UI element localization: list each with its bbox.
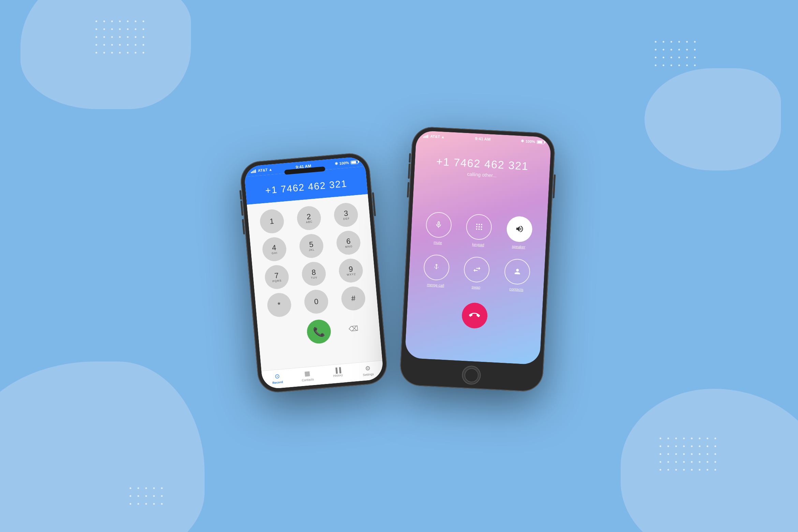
- signal-bar-r4: [427, 134, 428, 138]
- dial-btn-4[interactable]: 4 GHI: [261, 236, 287, 262]
- contacts-circle: [504, 258, 531, 285]
- dial-btn-7[interactable]: 7 PQRS: [264, 264, 290, 290]
- battery-text-left: 100%: [339, 161, 349, 165]
- dial-btn-9[interactable]: 9 WXYZ: [338, 258, 364, 284]
- dial-btn-1[interactable]: 1: [259, 208, 285, 234]
- history-tab-icon: ▐▐: [334, 367, 341, 373]
- signal-bar-1: [251, 172, 252, 173]
- dial-btn-star[interactable]: *: [266, 292, 292, 318]
- calling-header: +1 7462 462 321 calling other...: [414, 141, 551, 188]
- volume-down-button-left[interactable]: [242, 219, 245, 234]
- volume-up-button-right[interactable]: [408, 163, 410, 179]
- dial-btn-hash[interactable]: #: [340, 285, 366, 311]
- dot-pattern-4: [130, 487, 163, 505]
- status-left-left: AT&T ▲: [251, 167, 272, 173]
- speaker-label: speaker: [512, 244, 526, 249]
- bluetooth-icon-right: ✱: [521, 139, 524, 143]
- settings-tab-label: Settings: [363, 372, 374, 377]
- home-button-right[interactable]: [461, 365, 481, 385]
- dial-btn-5[interactable]: 5 JKL: [298, 233, 324, 259]
- dial-num-3: 3: [343, 209, 348, 217]
- dial-num-5: 5: [309, 240, 314, 248]
- dial-letters-9: WXYZ: [346, 272, 356, 276]
- dial-btn-6[interactable]: 6 MNO: [336, 230, 361, 256]
- dial-num-star: *: [277, 301, 281, 309]
- controls-row-2: merge call swap: [415, 253, 538, 292]
- battery-tip-right: [544, 141, 545, 143]
- dial-letters-2: ABC: [306, 220, 313, 224]
- dial-num-9: 9: [349, 265, 353, 273]
- dot-pattern-3: [660, 438, 716, 471]
- merge-icon: [432, 263, 441, 271]
- keypad-circle: [466, 213, 493, 240]
- merge-ctrl-btn[interactable]: merge call: [423, 254, 450, 287]
- call-button[interactable]: 📞: [306, 319, 332, 344]
- contacts-ctrl-btn[interactable]: contacts: [503, 258, 531, 292]
- background-blob-2: [20, 0, 191, 109]
- svg-point-5: [481, 226, 482, 227]
- swap-circle: [463, 256, 490, 283]
- status-right-left: ✱ 100%: [335, 160, 358, 166]
- svg-point-0: [476, 224, 477, 225]
- dial-letters-3: DEF: [343, 217, 350, 221]
- power-button-left[interactable]: [372, 192, 376, 216]
- dial-letters-8: TUV: [311, 276, 317, 280]
- dial-num-8: 8: [311, 268, 316, 276]
- settings-tab-icon: ⚙: [365, 365, 371, 372]
- dial-num-2: 2: [306, 213, 311, 221]
- dot-pattern-1: [95, 20, 144, 54]
- dial-num-1: 1: [269, 218, 274, 225]
- call-controls: mute keypad: [405, 181, 549, 365]
- merge-label: merge call: [427, 282, 444, 287]
- record-tab-icon: ⊙: [274, 372, 280, 380]
- swap-label: swap: [472, 285, 481, 289]
- dial-btn-8[interactable]: 8 TUV: [301, 261, 327, 287]
- mute-ctrl-btn[interactable]: mute: [425, 211, 452, 245]
- mute-icon: [434, 220, 443, 229]
- contacts-icon: [513, 267, 521, 276]
- dial-num-0: 0: [314, 298, 319, 306]
- wifi-icon-left: ▲: [268, 167, 272, 172]
- left-phone: AT&T ▲ 9:41 AM ✱ 100% +1 7: [239, 152, 388, 394]
- keypad-ctrl-btn[interactable]: keypad: [465, 213, 492, 247]
- delete-icon: ⌫: [349, 324, 359, 333]
- dial-btn-2[interactable]: 2 ABC: [296, 205, 322, 231]
- right-screen-area: AT&T ▲ 9:41 AM ✱ 100% +1 7: [405, 130, 551, 365]
- keypad-label: keypad: [472, 242, 484, 247]
- speaker-ctrl-btn[interactable]: speaker: [506, 216, 533, 249]
- tab-settings[interactable]: ⚙ Settings: [352, 363, 384, 378]
- status-left-right: AT&T ▲: [423, 134, 445, 139]
- contacts-tab-icon: ▦: [304, 370, 311, 378]
- mute-button-right[interactable]: [409, 153, 411, 163]
- dial-num-6: 6: [346, 237, 351, 245]
- keypad-icon: [475, 223, 483, 231]
- end-call-button[interactable]: [461, 302, 488, 329]
- volume-down-button-right[interactable]: [407, 182, 409, 197]
- tab-contacts[interactable]: ▦ Contacts: [292, 369, 323, 383]
- swap-icon: [472, 265, 482, 274]
- svg-point-7: [478, 228, 479, 230]
- contacts-label: contacts: [509, 287, 523, 292]
- dial-btn-3[interactable]: 3 DEF: [333, 202, 359, 228]
- swap-ctrl-btn[interactable]: swap: [463, 256, 490, 290]
- call-icon: 📞: [312, 325, 325, 338]
- svg-point-3: [476, 226, 477, 227]
- svg-point-8: [481, 228, 482, 230]
- dial-letters-7: PQRS: [272, 279, 282, 283]
- background-blob-1: [0, 361, 205, 532]
- power-button-right[interactable]: [553, 174, 556, 198]
- tab-history[interactable]: ▐▐ History: [322, 366, 354, 380]
- signal-bars-left: [251, 169, 256, 173]
- phones-container: AT&T ▲ 9:41 AM ✱ 100% +1 7: [249, 143, 549, 389]
- left-screen: AT&T ▲ 9:41 AM ✱ 100% +1 7: [243, 156, 384, 390]
- dial-btn-0[interactable]: 0: [303, 289, 329, 315]
- right-phone: AT&T ▲ 9:41 AM ✱ 100% +1 7: [399, 126, 556, 393]
- mute-button-left[interactable]: [239, 190, 242, 200]
- dial-actions: 📞 ⌫: [264, 315, 374, 348]
- delete-button[interactable]: ⌫: [344, 321, 363, 336]
- svg-point-2: [481, 224, 482, 225]
- svg-point-6: [476, 228, 477, 230]
- tab-record[interactable]: ⊙ Record: [262, 371, 293, 386]
- mute-label: mute: [433, 240, 442, 245]
- volume-up-button-left[interactable]: [240, 201, 243, 216]
